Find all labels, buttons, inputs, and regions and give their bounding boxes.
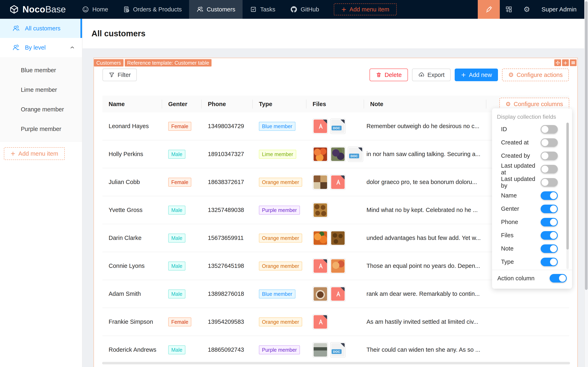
add-block-button[interactable]: + (562, 59, 569, 66)
action-column-toggle-row[interactable]: Action column (492, 270, 572, 286)
action-column-toggle[interactable] (550, 274, 567, 283)
cell-gender: Male (162, 206, 202, 215)
nav-item-customers[interactable]: Customers (189, 0, 243, 19)
column-header-type[interactable]: Type (253, 96, 307, 112)
sidebar-item-by-level[interactable]: By level (0, 38, 82, 57)
filter-button[interactable]: Filter (102, 68, 137, 81)
doc-file-icon[interactable]: DOC (330, 118, 346, 134)
field-toggle-item[interactable]: Note (492, 242, 572, 255)
field-toggle[interactable] (541, 218, 558, 226)
pdf-file-icon[interactable] (330, 286, 346, 302)
cell-name: Darin Clarke (102, 235, 162, 241)
image-thumbnail[interactable] (330, 258, 346, 274)
field-toggle[interactable] (541, 258, 558, 266)
navbar-right: ⚙ Super Admin (478, 0, 588, 19)
field-toggle-item[interactable]: ID (492, 123, 572, 136)
cell-gender: Male (162, 150, 202, 159)
cell-gender: Male (162, 290, 202, 299)
nav-item-github[interactable]: GitHub (283, 0, 326, 19)
chevron-up-icon[interactable] (69, 45, 75, 50)
field-toggle-item[interactable]: Name (492, 189, 572, 202)
table-row: Roderick AndrewsMale18865092743Purple me… (102, 336, 569, 364)
nav-item-tasks[interactable]: Tasks (243, 0, 282, 19)
field-toggle[interactable] (541, 151, 558, 160)
cell-phone: 15673659911 (202, 235, 253, 241)
settings-button[interactable]: ⚙ (518, 0, 536, 19)
cell-files (307, 258, 364, 274)
sidebar-add-menu-item-button[interactable]: + Add menu item (4, 147, 65, 160)
column-header-note[interactable]: Note (364, 96, 486, 112)
field-toggle-item[interactable]: Last updated by (492, 176, 572, 189)
user-menu[interactable]: Super Admin (536, 6, 588, 13)
doc-file-icon[interactable]: DOC (348, 146, 363, 162)
smiley-icon (82, 6, 89, 13)
nav-item-home[interactable]: Home (75, 0, 115, 19)
cell-type: Blue member (253, 122, 307, 131)
block-menu-button[interactable] (570, 59, 577, 66)
sidebar-item-purple-member[interactable]: Purple member (0, 119, 82, 139)
image-thumbnail[interactable] (313, 230, 328, 246)
column-header-name[interactable]: Name (102, 96, 162, 112)
dropdown-scrollbar-thumb[interactable] (566, 123, 569, 250)
column-header-phone[interactable]: Phone (202, 96, 253, 112)
nav-item-orders-products[interactable]: Orders & Products (116, 0, 189, 19)
sidebar-item-lime-member[interactable]: Lime member (0, 80, 82, 100)
field-toggle[interactable] (541, 244, 558, 253)
menu-icon (571, 61, 575, 64)
image-thumbnail[interactable] (313, 286, 328, 302)
doc-file-icon[interactable]: DOC (330, 342, 346, 358)
field-toggle-item[interactable]: Last updated at (492, 162, 572, 176)
pdf-file-icon[interactable] (313, 258, 328, 274)
field-toggle[interactable] (541, 205, 558, 213)
field-toggle[interactable] (541, 231, 558, 240)
pdf-file-icon[interactable] (313, 314, 328, 330)
cell-gender: Female (162, 122, 202, 131)
image-thumbnail[interactable] (330, 230, 346, 246)
delete-button[interactable]: Delete (370, 68, 408, 81)
action-buttons: Delete Export + Add new (370, 68, 569, 81)
plugin-blocks-button[interactable] (500, 0, 518, 19)
image-thumbnail[interactable] (313, 342, 328, 358)
horizontal-scrollbar[interactable] (102, 362, 570, 364)
field-toggle[interactable] (541, 191, 558, 200)
cell-note: Their could can widen ten she any. As so… (364, 346, 486, 353)
image-thumbnail[interactable] (330, 146, 346, 162)
export-button[interactable]: Export (412, 68, 451, 81)
field-toggle-item[interactable]: Phone (492, 216, 572, 229)
add-new-button[interactable]: + Add new (455, 68, 498, 81)
field-toggle[interactable] (541, 178, 558, 187)
cell-name: Adam Smith (102, 291, 162, 297)
cell-note: unded advantages has but few add. Yet w.… (364, 235, 486, 241)
nav-add-menu-item-button[interactable]: + Add menu item (334, 3, 397, 15)
configure-actions-button[interactable]: ⚙ Configure actions (502, 68, 569, 81)
cell-files (307, 314, 364, 330)
image-thumbnail[interactable] (313, 202, 328, 218)
configure-columns-dropdown: Display collection fields IDCreated atCr… (492, 108, 572, 289)
cube-logo-icon (9, 5, 19, 14)
type-tag: Purple member (259, 345, 300, 354)
field-toggle-item[interactable]: Genter (492, 202, 572, 216)
image-thumbnail[interactable] (313, 146, 328, 162)
by-level-submenu: Blue member Lime member Orange member Pu… (0, 57, 82, 142)
field-toggle[interactable] (541, 138, 558, 147)
field-toggle[interactable] (541, 165, 558, 173)
sidebar-item-all-customers[interactable]: All customers (0, 19, 82, 38)
type-tag: Purple member (259, 206, 300, 215)
image-thumbnail[interactable] (313, 175, 328, 190)
field-toggle-item[interactable]: Created by (492, 149, 572, 162)
column-header-files[interactable]: Files (307, 96, 364, 112)
field-toggle-item[interactable]: Type (492, 255, 572, 268)
ui-editor-button[interactable] (478, 0, 500, 19)
nocobase-logo[interactable]: NocoBase (0, 0, 75, 19)
doc-label: DOC (332, 126, 341, 130)
field-toggle-item[interactable]: Created at (492, 136, 572, 149)
column-header-genter[interactable]: Genter (162, 96, 202, 112)
sidebar-item-orange-member[interactable]: Orange member (0, 100, 82, 119)
sidebar-item-blue-member[interactable]: Blue member (0, 60, 82, 80)
field-toggle[interactable] (541, 125, 558, 134)
pdf-file-icon[interactable] (330, 175, 346, 190)
field-toggle-item[interactable]: Files (492, 229, 572, 242)
window-scrollbar-thumb[interactable] (585, 1, 588, 290)
drag-handle[interactable] (554, 59, 561, 66)
pdf-file-icon[interactable] (313, 118, 328, 134)
